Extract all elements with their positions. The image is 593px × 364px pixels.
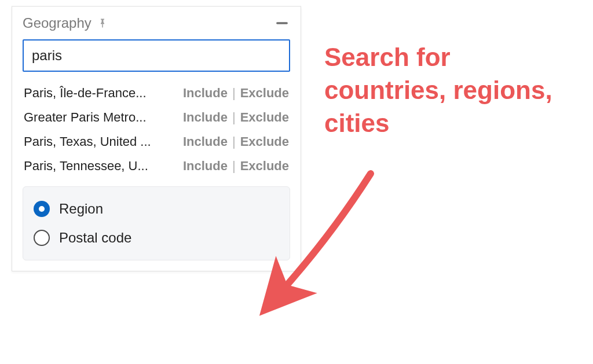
include-button[interactable]: Include <box>183 86 228 101</box>
result-label: Paris, Tennessee, U... <box>24 159 177 174</box>
include-button[interactable]: Include <box>183 134 228 149</box>
collapse-icon[interactable] <box>274 15 290 31</box>
geography-filter-panel: Geography Paris, Île-de-France... Includ… <box>12 6 301 271</box>
postal-code-radio-row[interactable]: Postal code <box>34 225 279 251</box>
search-result-item[interactable]: Paris, Texas, United ... Include | Exclu… <box>23 130 290 154</box>
svg-rect-0 <box>102 24 103 28</box>
result-actions: Include | Exclude <box>183 159 289 174</box>
geography-search-input[interactable] <box>23 39 290 72</box>
region-radio-row[interactable]: Region <box>34 196 279 222</box>
action-divider: | <box>232 134 236 149</box>
search-result-item[interactable]: Paris, Île-de-France... Include | Exclud… <box>23 81 290 105</box>
result-actions: Include | Exclude <box>183 110 289 125</box>
include-button[interactable]: Include <box>183 159 228 174</box>
exclude-button[interactable]: Exclude <box>240 86 289 101</box>
result-label: Paris, Texas, United ... <box>24 134 177 149</box>
result-actions: Include | Exclude <box>183 86 289 101</box>
radio-unselected-icon <box>34 230 50 246</box>
search-results: Paris, Île-de-France... Include | Exclud… <box>23 81 290 178</box>
include-button[interactable]: Include <box>183 110 228 125</box>
search-result-item[interactable]: Greater Paris Metro... Include | Exclude <box>23 105 290 130</box>
panel-title: Geography <box>23 15 91 31</box>
pin-icon[interactable] <box>97 18 108 28</box>
annotation-text: Search for countries, regions, cities <box>324 41 579 140</box>
action-divider: | <box>232 159 236 174</box>
radio-label: Postal code <box>59 230 131 246</box>
geography-mode-box: Region Postal code <box>23 186 290 260</box>
search-result-item[interactable]: Paris, Tennessee, U... Include | Exclude <box>23 154 290 178</box>
panel-header: Geography <box>23 15 290 31</box>
exclude-button[interactable]: Exclude <box>240 159 289 174</box>
result-label: Paris, Île-de-France... <box>24 86 177 101</box>
exclude-button[interactable]: Exclude <box>240 134 289 149</box>
result-actions: Include | Exclude <box>183 134 289 149</box>
result-label: Greater Paris Metro... <box>24 110 177 125</box>
radio-label: Region <box>59 201 103 217</box>
exclude-button[interactable]: Exclude <box>240 110 289 125</box>
action-divider: | <box>232 86 236 101</box>
radio-selected-icon <box>34 201 50 217</box>
action-divider: | <box>232 110 236 125</box>
